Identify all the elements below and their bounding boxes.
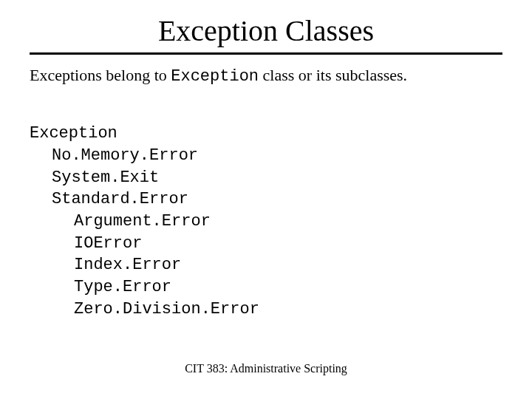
tree-item: Argument.Error [30,211,532,233]
intro-pre: Exceptions belong to [30,66,171,84]
intro-post: class or its subclasses. [259,66,407,84]
tree-item: No.Memory.Error [30,145,532,167]
tree-item: System.Exit [30,167,532,189]
tree-item: Standard.Error [30,188,532,211]
slide-title: Exception Classes [0,0,532,52]
intro-line: Exceptions belong to Exception class or … [30,65,502,88]
tree-item: IOError [30,233,532,255]
tree-item: Zero.Division.Error [30,299,532,321]
slide: Exception Classes Exceptions belong to E… [0,0,532,399]
tree-item: Index.Error [30,254,532,276]
class-tree: Exception No.Memory.ErrorSystem.ExitStan… [30,101,532,321]
title-rule [30,52,502,55]
intro-code: Exception [171,67,259,86]
tree-item: Type.Error [30,276,532,299]
tree-root: Exception [30,124,117,143]
slide-footer: CIT 383: Administrative Scripting [0,362,532,375]
